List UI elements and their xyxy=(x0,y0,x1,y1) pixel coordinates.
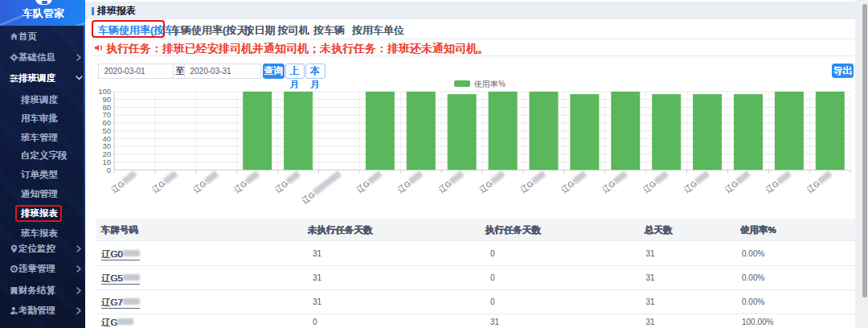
svg-text:40: 40 xyxy=(102,134,111,143)
svg-text:80: 80 xyxy=(102,103,111,112)
svg-text:50: 50 xyxy=(102,126,111,135)
svg-text:10: 10 xyxy=(102,158,111,166)
svg-text:90: 90 xyxy=(102,95,111,104)
svg-text:20: 20 xyxy=(102,150,111,158)
svg-text:100: 100 xyxy=(98,87,111,96)
svg-text:0: 0 xyxy=(107,166,111,174)
svg-text:60: 60 xyxy=(102,118,111,127)
svg-text:30: 30 xyxy=(102,141,111,150)
svg-text:70: 70 xyxy=(102,110,111,119)
